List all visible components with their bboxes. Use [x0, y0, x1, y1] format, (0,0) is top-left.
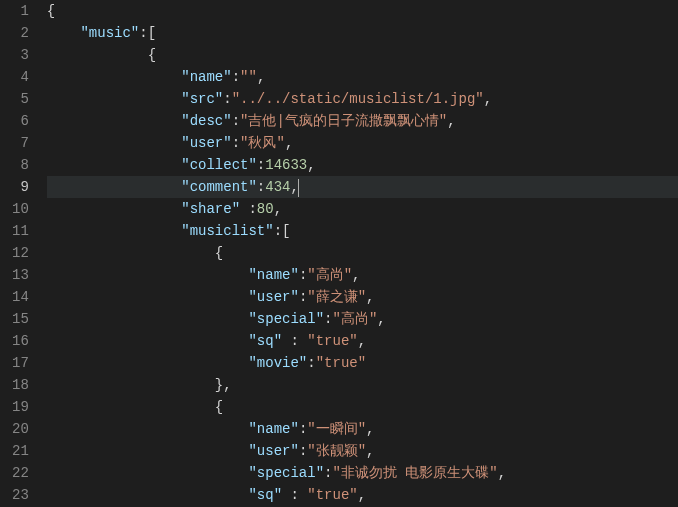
punctuation: : [257, 157, 265, 173]
punctuation: , [352, 267, 360, 283]
line-number: 23 [12, 484, 29, 506]
line-number: 2 [12, 22, 29, 44]
text-cursor [298, 179, 299, 197]
json-string: "秋风" [240, 135, 285, 151]
code-line[interactable]: "user":"张靓颖", [47, 440, 678, 462]
punctuation: , [377, 311, 385, 327]
punctuation [47, 69, 181, 85]
punctuation [47, 311, 249, 327]
punctuation: : [232, 135, 240, 151]
line-number: 21 [12, 440, 29, 462]
punctuation: , [366, 443, 374, 459]
code-line[interactable]: { [47, 0, 678, 22]
punctuation [47, 487, 249, 503]
punctuation: , [498, 465, 506, 481]
code-editor[interactable]: { "music":[ { "name":"", "src":"../../st… [47, 0, 678, 507]
punctuation [47, 465, 249, 481]
punctuation [47, 135, 181, 151]
line-number: 17 [12, 352, 29, 374]
json-string: "" [240, 69, 257, 85]
punctuation: { [47, 399, 223, 415]
code-line[interactable]: "name":"", [47, 66, 678, 88]
json-key: "special" [248, 311, 324, 327]
json-key: "musiclist" [181, 223, 273, 239]
json-string: "高尚" [307, 267, 352, 283]
line-number: 16 [12, 330, 29, 352]
punctuation [47, 25, 81, 41]
json-key: "comment" [181, 179, 257, 195]
line-number-gutter: 1234567891011121314151617181920212223 [0, 0, 47, 507]
punctuation: : [282, 333, 307, 349]
punctuation: : [307, 355, 315, 371]
json-string: "吉他|气疯的日子流撒飘飘心情" [240, 113, 447, 129]
punctuation: , [447, 113, 455, 129]
code-line[interactable]: "special":"非诚勿扰 电影原生大碟", [47, 462, 678, 484]
punctuation: { [47, 245, 223, 261]
json-number: 80 [257, 201, 274, 217]
punctuation [47, 289, 249, 305]
json-key: "sq" [248, 333, 282, 349]
code-line[interactable]: "musiclist":[ [47, 220, 678, 242]
json-string: "../../static/musiclist/1.jpg" [232, 91, 484, 107]
json-key: "name" [248, 421, 298, 437]
punctuation [47, 421, 249, 437]
json-key: "user" [181, 135, 231, 151]
code-line[interactable]: "name":"高尚", [47, 264, 678, 286]
line-number: 4 [12, 66, 29, 88]
code-line[interactable]: "movie":"true" [47, 352, 678, 374]
punctuation: :[ [274, 223, 291, 239]
code-line[interactable]: { [47, 242, 678, 264]
code-line[interactable]: "special":"高尚", [47, 308, 678, 330]
line-number: 13 [12, 264, 29, 286]
punctuation: , [484, 91, 492, 107]
json-key: "user" [248, 443, 298, 459]
line-number: 14 [12, 286, 29, 308]
punctuation: :[ [139, 25, 156, 41]
code-line[interactable]: { [47, 396, 678, 418]
json-key: "name" [181, 69, 231, 85]
line-number: 3 [12, 44, 29, 66]
json-string: "高尚" [332, 311, 377, 327]
punctuation: , [274, 201, 282, 217]
json-string: "true" [316, 355, 366, 371]
code-line[interactable]: "sq" : "true", [47, 330, 678, 352]
code-line[interactable]: "user":"秋风", [47, 132, 678, 154]
punctuation: : [223, 91, 231, 107]
line-number: 22 [12, 462, 29, 484]
punctuation [47, 113, 181, 129]
line-number: 10 [12, 198, 29, 220]
json-string: "张靓颖" [307, 443, 366, 459]
json-key: "desc" [181, 113, 231, 129]
json-key: "share" [181, 201, 240, 217]
json-key: "music" [80, 25, 139, 41]
line-number: 8 [12, 154, 29, 176]
json-key: "special" [248, 465, 324, 481]
punctuation [47, 91, 181, 107]
punctuation [47, 443, 249, 459]
code-line[interactable]: "user":"薛之谦", [47, 286, 678, 308]
json-string: "true" [307, 333, 357, 349]
punctuation [47, 201, 181, 217]
code-line[interactable]: "music":[ [47, 22, 678, 44]
punctuation: { [47, 3, 55, 19]
code-line[interactable]: "name":"一瞬间", [47, 418, 678, 440]
code-line[interactable]: "sq" : "true", [47, 484, 678, 506]
code-line[interactable]: "comment":434, [47, 176, 678, 198]
code-line[interactable]: "collect":14633, [47, 154, 678, 176]
code-line[interactable]: "share" :80, [47, 198, 678, 220]
punctuation: , [358, 333, 366, 349]
code-line[interactable]: "desc":"吉他|气疯的日子流撒飘飘心情", [47, 110, 678, 132]
punctuation: : [240, 201, 257, 217]
code-line[interactable]: }, [47, 374, 678, 396]
json-string: "true" [307, 487, 357, 503]
punctuation: : [257, 179, 265, 195]
punctuation [47, 157, 181, 173]
json-key: "sq" [248, 487, 282, 503]
json-key: "user" [248, 289, 298, 305]
punctuation: : [232, 69, 240, 85]
punctuation: , [257, 69, 265, 85]
json-number: 14633 [265, 157, 307, 173]
code-line[interactable]: { [47, 44, 678, 66]
code-line[interactable]: "src":"../../static/musiclist/1.jpg", [47, 88, 678, 110]
line-number: 1 [12, 0, 29, 22]
